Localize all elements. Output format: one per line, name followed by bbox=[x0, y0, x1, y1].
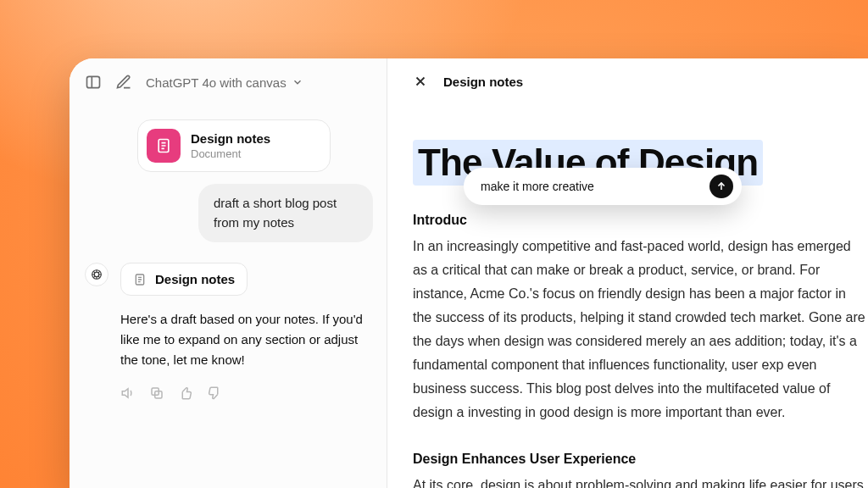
canvas-panel: Design notes The Value of Design Introdu… bbox=[387, 58, 868, 488]
attachment-title: Design notes bbox=[191, 131, 270, 146]
close-icon[interactable] bbox=[413, 74, 428, 89]
arrow-up-icon bbox=[715, 180, 727, 192]
document-mini-icon bbox=[133, 273, 147, 286]
chat-header: ChatGPT 4o with canvas bbox=[85, 74, 373, 91]
app-window: ChatGPT 4o with canvas Design notes Docu… bbox=[70, 58, 868, 488]
prompt-input[interactable] bbox=[481, 180, 616, 193]
section-2-text[interactable]: At its core, design is about problem-sol… bbox=[413, 474, 868, 488]
canvas-chip-label: Design notes bbox=[155, 272, 235, 286]
svg-rect-0 bbox=[87, 76, 100, 87]
copy-icon[interactable] bbox=[149, 385, 164, 401]
model-picker[interactable]: ChatGPT 4o with canvas bbox=[146, 75, 303, 90]
model-label: ChatGPT 4o with canvas bbox=[146, 75, 287, 90]
open-canvas-chip[interactable]: Design notes bbox=[120, 263, 248, 296]
background: ChatGPT 4o with canvas Design notes Docu… bbox=[0, 0, 868, 488]
message-actions bbox=[120, 385, 373, 401]
read-aloud-icon[interactable] bbox=[120, 385, 136, 401]
document-body[interactable]: The Value of Design Introduc In an incre… bbox=[413, 89, 868, 488]
section-1-text[interactable]: In an increasingly competitive and fast-… bbox=[413, 235, 868, 424]
new-chat-icon[interactable] bbox=[115, 74, 132, 91]
assistant-row: Design notes bbox=[85, 263, 373, 296]
thumbs-up-icon[interactable] bbox=[178, 385, 193, 401]
user-message: draft a short blog post from my notes bbox=[198, 184, 373, 242]
assistant-message: Here's a draft based on your notes. If y… bbox=[120, 309, 373, 370]
section-2-heading[interactable]: Design Enhances User Experience bbox=[413, 452, 868, 467]
attachment-card[interactable]: Design notes Document bbox=[137, 119, 331, 172]
assistant-avatar-icon bbox=[85, 263, 108, 286]
chat-panel: ChatGPT 4o with canvas Design notes Docu… bbox=[70, 58, 387, 488]
chevron-down-icon bbox=[292, 76, 303, 88]
sidebar-toggle-icon[interactable] bbox=[85, 74, 102, 91]
thumbs-down-icon[interactable] bbox=[207, 385, 222, 401]
canvas-title: Design notes bbox=[443, 75, 523, 89]
attachment-subtitle: Document bbox=[191, 147, 270, 160]
selection-prompt-popover bbox=[464, 168, 742, 205]
send-button[interactable] bbox=[709, 175, 733, 198]
section-1-heading[interactable]: Introduc bbox=[413, 213, 868, 228]
canvas-header: Design notes bbox=[413, 74, 868, 89]
document-icon bbox=[147, 129, 181, 163]
attachment-text: Design notes Document bbox=[191, 131, 270, 160]
